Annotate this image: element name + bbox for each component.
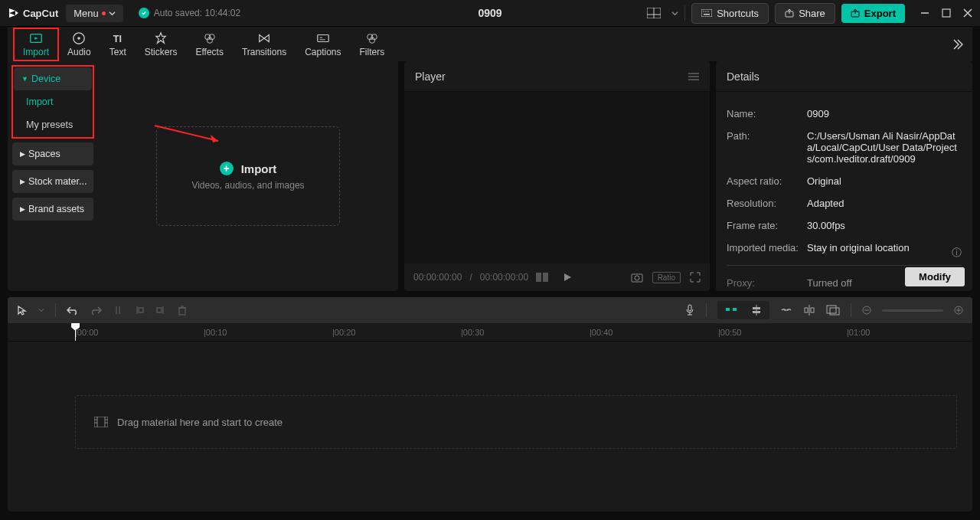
ratio-button[interactable]: Ratio [652,272,681,283]
timeline-tracks[interactable]: Drag material here and start to create [8,342,972,512]
record-voiceover-button[interactable] [684,303,695,317]
selection-tool[interactable] [17,305,28,316]
svg-rect-36 [139,308,143,312]
sidebar-item-brand[interactable]: ▶ Brand assets [12,198,93,221]
chevron-down-icon[interactable] [671,10,678,17]
filters-icon [365,31,379,45]
sidebar-item-stock[interactable]: ▶ Stock mater... [12,170,93,193]
layout-button[interactable] [642,5,665,21]
svg-rect-46 [753,307,760,309]
time-current: 00:00:00:00 [413,272,462,283]
sidebar-item-device[interactable]: ▼ Device [14,67,92,90]
tab-text[interactable]: TI Text [100,28,136,61]
play-button[interactable] [562,272,573,283]
svg-rect-52 [830,308,839,315]
zoom-out-button[interactable] [862,306,871,315]
import-area: + Import Videos, audios, and images [98,61,398,291]
player-title: Player [415,70,446,83]
sidebar-item-spaces[interactable]: ▶ Spaces [12,142,93,165]
stickers-icon [154,31,168,45]
maximize-button[interactable] [942,8,951,18]
svg-rect-7 [704,14,710,15]
timeline-drop-hint: Drag material here and start to create [75,395,957,449]
detail-path-label: Path: [727,130,807,165]
svg-point-6 [708,11,709,11]
details-panel: Details Name:0909 Path:C:/Users/Usman Al… [716,61,972,291]
svg-point-5 [706,11,707,11]
quality-toggle[interactable] [536,273,548,282]
shortcuts-button[interactable]: Shortcuts [691,3,769,24]
svg-rect-30 [543,273,548,282]
snapshot-button[interactable] [631,272,643,283]
detail-media-label: Imported media: [727,242,807,253]
magnet-on-button[interactable] [722,303,740,317]
fullscreen-button[interactable] [690,272,701,283]
svg-rect-11 [942,9,950,17]
media-sidebar: ▼ Device Import My presets ▶ Spaces ▶ St… [8,61,98,291]
import-dropzone[interactable]: + Import Videos, audios, and images [156,126,340,226]
detail-resolution-value: Adapted [807,198,844,209]
cover-button[interactable] [826,305,840,316]
tabs-more-button[interactable] [948,35,966,54]
svg-rect-42 [688,305,691,311]
close-button[interactable] [963,8,972,18]
detail-aspect-label: Aspect ratio: [727,175,807,187]
export-button[interactable]: Export [841,4,905,23]
detail-resolution-label: Resolution: [727,198,807,209]
svg-rect-37 [157,308,162,312]
tab-filters[interactable]: Filters [351,28,394,61]
zoom-slider[interactable] [882,309,943,312]
caret-down-icon: ▼ [21,75,28,83]
svg-rect-43 [726,308,730,311]
svg-rect-44 [733,308,737,311]
menu-button[interactable]: Menu [66,5,123,22]
info-icon[interactable]: ⓘ [952,246,962,260]
caret-right-icon: ▶ [20,178,25,185]
chevron-down-icon [109,10,116,17]
split-button[interactable] [113,305,123,316]
tab-import[interactable]: Import [14,28,58,61]
sidebar-item-presets[interactable]: My presets [14,113,92,136]
player-viewport[interactable] [404,92,710,263]
app-logo: CapCut [8,7,58,19]
preview-axis-button[interactable] [803,305,815,316]
selection-tool-dropdown[interactable] [38,307,44,313]
tab-transitions[interactable]: Transitions [233,28,296,61]
tab-effects[interactable]: Effects [186,28,232,61]
plus-icon: + [220,162,234,175]
timeline-ruler[interactable]: |00:00 |00:10 |00:20 |00:30 |00:40 |00:5… [8,323,972,342]
detail-media-value: Stay in original location [807,242,910,253]
text-icon: TI [111,31,125,45]
detail-fps-value: 30.00fps [807,220,845,231]
link-button[interactable] [780,306,792,314]
undo-button[interactable] [67,305,79,316]
player-menu-button[interactable] [688,72,699,81]
svg-rect-19 [318,34,328,41]
caret-right-icon: ▶ [20,205,25,213]
svg-point-32 [635,276,639,280]
redo-button[interactable] [90,305,102,316]
detail-path-value: C:/Users/Usman Ali Nasir/AppData/Local/C… [807,130,962,165]
import-icon [29,31,43,45]
detail-fps-label: Frame rate: [727,220,807,231]
svg-rect-39 [179,308,185,315]
share-icon [785,8,794,18]
align-button[interactable] [748,303,765,317]
delete-button[interactable] [177,305,188,316]
detail-proxy-label: Proxy: [727,277,807,289]
modify-button[interactable]: Modify [905,267,965,286]
svg-point-14 [78,37,81,40]
zoom-in-button[interactable] [954,306,963,315]
sidebar-item-import[interactable]: Import [14,90,92,113]
minimize-button[interactable] [920,8,929,18]
timeline-panel: |00:00 |00:10 |00:20 |00:30 |00:40 |00:5… [8,297,972,512]
check-icon [139,8,149,18]
svg-rect-50 [811,308,814,312]
trim-right-button[interactable] [155,305,166,316]
trim-left-button[interactable] [134,305,145,316]
share-button[interactable]: Share [775,3,835,24]
tab-stickers[interactable]: Stickers [136,28,187,61]
tab-captions[interactable]: Captions [296,28,350,61]
tab-audio[interactable]: Audio [58,28,100,61]
svg-rect-29 [536,273,541,282]
